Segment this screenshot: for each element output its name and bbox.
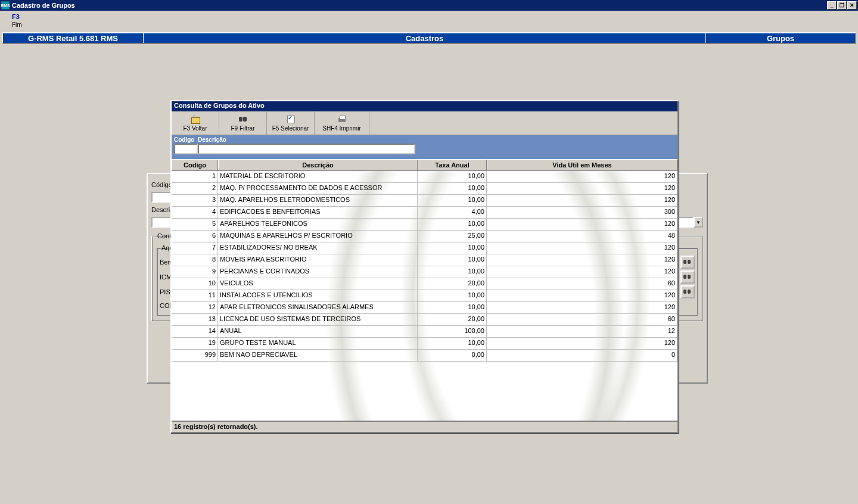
cell-taxa: 10,00: [418, 171, 487, 182]
cell-descricao: ANUAL: [218, 326, 418, 337]
table-row[interactable]: 999BEM NAO DEPRECIAVEL0,000: [172, 350, 677, 362]
table-row[interactable]: 2MAQ. P/ PROCESSAMENTO DE DADOS E ACESSO…: [172, 183, 677, 195]
cell-descricao: APAR ELETRONICOS SINALISADORES ALARMES: [218, 302, 418, 313]
selecionar-button[interactable]: F5 Selecionar: [267, 112, 315, 135]
cell-taxa: 10,00: [418, 302, 487, 313]
cell-codigo: 6: [172, 231, 218, 242]
binoculars-icon: [238, 114, 248, 124]
col-vida[interactable]: Vida Util em Meses: [487, 160, 677, 170]
filter-bar: Codigo Descrição: [172, 135, 677, 159]
table-row[interactable]: 19GRUPO TESTE MANUAL10,00120: [172, 338, 677, 350]
filtrar-button[interactable]: F9 Filtrar: [219, 112, 267, 135]
app-icon: RMS: [1, 1, 10, 10]
cell-codigo: 14: [172, 326, 218, 337]
cell-vida: 120: [487, 266, 677, 278]
cell-taxa: 25,00: [418, 231, 487, 242]
cell-descricao: MAQ. P/ PROCESSAMENTO DE DADOS E ACESSOR: [218, 183, 418, 194]
cell-vida: 60: [487, 278, 677, 290]
filter-codigo-input[interactable]: [174, 144, 198, 154]
dropdown-button[interactable]: ▼: [694, 217, 703, 228]
cell-vida: 300: [487, 207, 677, 218]
cell-descricao: BEM NAO DEPRECIAVEL: [218, 350, 418, 361]
table-row[interactable]: 12APAR ELETRONICOS SINALISADORES ALARMES…: [172, 302, 677, 314]
col-taxa[interactable]: Taxa Anual: [418, 160, 487, 170]
cell-taxa: 10,00: [418, 242, 487, 254]
table-row[interactable]: 11INSTALACOES E UTENCILIOS10,00120: [172, 290, 677, 302]
filter-codigo-label: Codigo: [174, 136, 198, 143]
cell-vida: 120: [487, 219, 677, 230]
cell-taxa: 20,00: [418, 278, 487, 290]
cell-vida: 48: [487, 231, 677, 242]
table-row[interactable]: 6MAQUINAS E APARELHOS P/ ESCRITORIO25,00…: [172, 231, 677, 242]
cell-descricao: APARELHOS TELEFONICOS: [218, 219, 418, 230]
table-row[interactable]: 14ANUAL100,0012: [172, 326, 677, 338]
bem-search-button[interactable]: [680, 256, 695, 269]
table-row[interactable]: 5APARELHOS TELEFONICOS10,00120: [172, 219, 677, 231]
cell-taxa: 10,00: [418, 183, 487, 194]
cell-descricao: PERCIANAS E CORTINADOS: [218, 266, 418, 278]
table-row[interactable]: 3MAQ. APARELHOS ELETRODOMESTICOS10,00120: [172, 195, 677, 207]
title-bar: RMS Cadastro de Grupos _ ❐ ✕: [0, 0, 858, 11]
pis-search-button[interactable]: [680, 285, 695, 298]
cell-descricao: LICENCA DE USO SISTEMAS DE TERCEIROS: [218, 314, 418, 325]
table-row[interactable]: 1MATERIAL DE ESCRITORIO10,00120: [172, 171, 677, 183]
cell-codigo: 999: [172, 350, 218, 361]
filter-descricao-input[interactable]: [198, 144, 415, 154]
maximize-button[interactable]: ❐: [837, 1, 847, 10]
table-row[interactable]: 8MOVEIS PARA ESCRITORIO10,00120: [172, 254, 677, 266]
table-row[interactable]: 10VEICULOS20,0060: [172, 278, 677, 290]
icms-search-button[interactable]: [680, 270, 695, 284]
cell-descricao: MOVEIS PARA ESCRITORIO: [218, 254, 418, 266]
cell-codigo: 5: [172, 219, 218, 230]
cell-taxa: 4,00: [418, 207, 487, 218]
filter-descricao-label: Descrição: [198, 136, 226, 143]
dialog-toolbar: F3 Voltar F9 Filtrar F5 Selecionar SHF4 …: [172, 111, 677, 135]
imprimir-button[interactable]: SHF4 Imprimir: [315, 112, 369, 135]
cell-vida: 60: [487, 314, 677, 325]
cell-codigo: 12: [172, 302, 218, 313]
col-codigo[interactable]: Codigo: [172, 160, 218, 170]
breadcrumb: G-RMS Retail 5.681 RMS Cadastros Grupos: [2, 32, 856, 44]
close-button[interactable]: ✕: [847, 1, 857, 10]
window-title: Cadastro de Grupos: [12, 2, 75, 9]
imprimir-label: SHF4 Imprimir: [322, 125, 360, 132]
cell-codigo: 7: [172, 242, 218, 254]
binoculars-icon: [683, 273, 692, 281]
folder-up-icon: [191, 114, 200, 124]
consulta-dialog: Consulta de Grupos do Ativo F3 Voltar F9…: [170, 100, 679, 433]
cell-taxa: 10,00: [418, 254, 487, 266]
cell-codigo: 1: [172, 171, 218, 182]
cell-vida: 0: [487, 350, 677, 361]
voltar-button[interactable]: F3 Voltar: [172, 112, 219, 135]
table-row[interactable]: 9PERCIANAS E CORTINADOS10,00120: [172, 266, 677, 278]
table-row[interactable]: 7ESTABILIZADORES/ NO BREAK10,00120: [172, 242, 677, 254]
cell-vida: 120: [487, 242, 677, 254]
cell-descricao: MAQ. APARELHOS ELETRODOMESTICOS: [218, 195, 418, 206]
table-row[interactable]: 13LICENCA DE USO SISTEMAS DE TERCEIROS20…: [172, 314, 677, 326]
menu-bar: F3 Fim: [0, 11, 858, 32]
cell-taxa: 10,00: [418, 219, 487, 230]
col-descricao[interactable]: Descrição: [218, 160, 418, 170]
cell-codigo: 2: [172, 183, 218, 194]
selecionar-label: F5 Selecionar: [272, 125, 309, 132]
cell-taxa: 10,00: [418, 195, 487, 206]
cell-descricao: GRUPO TESTE MANUAL: [218, 338, 418, 349]
grid-body[interactable]: 1MATERIAL DE ESCRITORIO10,001202MAQ. P/ …: [172, 171, 677, 421]
cell-codigo: 13: [172, 314, 218, 325]
minimize-button[interactable]: _: [827, 1, 837, 10]
cell-descricao: VEICULOS: [218, 278, 418, 290]
cell-taxa: 20,00: [418, 314, 487, 325]
cell-vida: 120: [487, 195, 677, 206]
codigo-input[interactable]: [151, 192, 172, 203]
menu-fim[interactable]: Fim: [12, 21, 852, 28]
table-row[interactable]: 4EDIFICACOES E BENFEITORIAS4,00300: [172, 207, 677, 219]
cell-taxa: 10,00: [418, 290, 487, 301]
cell-descricao: EDIFICACOES E BENFEITORIAS: [218, 207, 418, 218]
breadcrumb-module: Cadastros: [144, 33, 706, 43]
menu-f3[interactable]: F3: [12, 13, 852, 20]
cell-descricao: MATERIAL DE ESCRITORIO: [218, 171, 418, 182]
cell-codigo: 11: [172, 290, 218, 301]
cell-taxa: 100,00: [418, 326, 487, 337]
grid-header: Codigo Descrição Taxa Anual Vida Util em…: [172, 159, 677, 171]
voltar-label: F3 Voltar: [183, 125, 207, 132]
